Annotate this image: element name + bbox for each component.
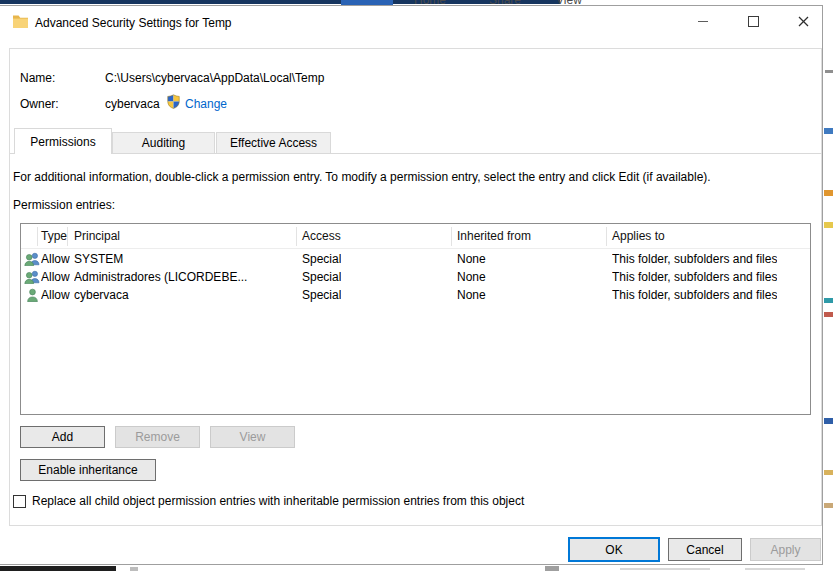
- folder-icon: [12, 14, 29, 32]
- change-owner-link[interactable]: Change: [185, 97, 227, 111]
- background-fragment: [824, 128, 833, 134]
- advanced-security-settings-dialog: Advanced Security Settings for Temp Name…: [0, 5, 823, 565]
- table-row[interactable]: Allow cybervaca Special None This folder…: [21, 286, 810, 304]
- background-fragment: [824, 298, 833, 303]
- table-row[interactable]: Allow Administradores (LICORDEBE... Spec…: [21, 268, 810, 286]
- permission-entries-label: Permission entries:: [13, 198, 115, 212]
- minimize-icon: [698, 21, 708, 22]
- background-fragment: [824, 312, 833, 317]
- background-fragment: [825, 70, 833, 73]
- background-fragment: [824, 222, 833, 228]
- tab-auditing[interactable]: Auditing: [112, 132, 215, 154]
- user-icon: [26, 288, 39, 305]
- name-value: C:\Users\cybervaca\AppData\Local\Temp: [105, 71, 324, 85]
- view-button[interactable]: View: [210, 426, 295, 448]
- add-button[interactable]: Add: [20, 426, 105, 448]
- column-header-inherited-from[interactable]: Inherited from: [457, 224, 531, 249]
- dialog-title: Advanced Security Settings for Temp: [35, 16, 232, 30]
- ok-button[interactable]: OK: [568, 537, 660, 562]
- permission-entries-table: Type Principal Access Inherited from App…: [20, 223, 811, 415]
- column-separator: [451, 227, 452, 246]
- name-label: Name:: [20, 71, 55, 85]
- cell-principal: cybervaca: [74, 288, 292, 302]
- replace-permissions-label: Replace all child object permission entr…: [32, 494, 524, 508]
- screen: Home Share View Advanced Security Settin…: [0, 0, 834, 571]
- cell-inherited-from: None: [457, 288, 486, 302]
- background-fragment: [824, 503, 833, 508]
- table-row[interactable]: Allow SYSTEM Special None This folder, s…: [21, 250, 810, 268]
- maximize-icon: [748, 16, 759, 27]
- minimize-button[interactable]: [686, 8, 720, 34]
- cell-type: Allow: [41, 288, 70, 302]
- tab-permissions[interactable]: Permissions: [14, 128, 112, 154]
- column-header-principal[interactable]: Principal: [74, 224, 120, 249]
- tab-effective-access[interactable]: Effective Access: [216, 132, 331, 154]
- background-fragment: [824, 470, 833, 475]
- uac-shield-icon: [167, 94, 180, 112]
- column-separator: [37, 227, 38, 246]
- cell-access: Special: [302, 288, 341, 302]
- column-header-access[interactable]: Access: [302, 224, 341, 249]
- background-explorer-titlebar: [0, 0, 560, 4]
- remove-button[interactable]: Remove: [115, 426, 200, 448]
- cell-principal: SYSTEM: [74, 252, 292, 266]
- dialog-titlebar[interactable]: Advanced Security Settings for Temp: [0, 6, 822, 38]
- background-fragment: [620, 568, 710, 570]
- cell-inherited-from: None: [457, 270, 486, 284]
- replace-permissions-checkbox[interactable]: Replace all child object permission entr…: [13, 494, 524, 508]
- cell-access: Special: [302, 270, 341, 284]
- column-separator: [606, 227, 607, 246]
- user-group-icon: [24, 270, 40, 287]
- background-fragment: [824, 418, 833, 424]
- background-fragment: [130, 567, 138, 571]
- checkbox-icon: [13, 495, 26, 508]
- background-fragment: [745, 568, 805, 570]
- cell-access: Special: [302, 252, 341, 266]
- column-header-applies-to[interactable]: Applies to: [612, 224, 665, 249]
- close-button[interactable]: [786, 8, 820, 34]
- cell-type: Allow: [41, 252, 70, 266]
- column-separator: [67, 227, 68, 246]
- column-header-type[interactable]: Type: [41, 224, 67, 249]
- column-separator: [296, 227, 297, 246]
- cell-principal: Administradores (LICORDEBE...: [74, 270, 292, 284]
- cell-applies-to: This folder, subfolders and files: [612, 270, 777, 284]
- owner-label: Owner:: [20, 97, 59, 111]
- cell-type: Allow: [41, 270, 70, 284]
- maximize-button[interactable]: [736, 8, 770, 34]
- cell-applies-to: This folder, subfolders and files: [612, 252, 777, 266]
- background-fragment: [824, 190, 833, 196]
- enable-inheritance-button[interactable]: Enable inheritance: [20, 459, 156, 481]
- background-fragment: [0, 566, 116, 571]
- close-icon: [798, 16, 809, 27]
- user-group-icon: [24, 252, 40, 269]
- cell-applies-to: This folder, subfolders and files: [612, 288, 777, 302]
- cell-inherited-from: None: [457, 252, 486, 266]
- cancel-button[interactable]: Cancel: [668, 538, 742, 561]
- owner-value: cybervaca: [105, 97, 160, 111]
- background-fragment: [545, 566, 559, 571]
- table-header: Type Principal Access Inherited from App…: [21, 224, 810, 249]
- permissions-description: For additional information, double-click…: [13, 170, 821, 184]
- apply-button[interactable]: Apply: [750, 538, 821, 561]
